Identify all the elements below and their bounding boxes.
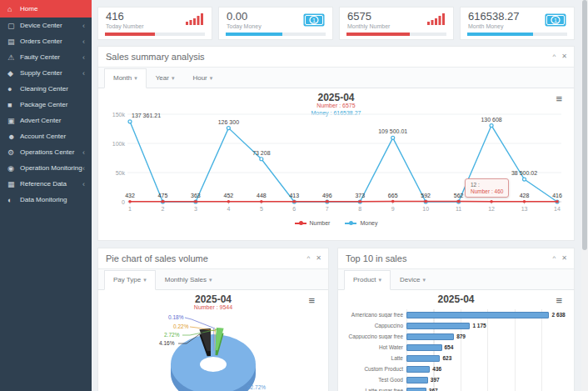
sales-summary-panel: Sales summary analysis ^ ✕ Month▾Year▾Ho…	[97, 46, 575, 241]
progress-track	[467, 33, 567, 36]
legend-marker-dot	[299, 221, 303, 225]
collapse-icon[interactable]: ^	[307, 255, 311, 262]
bar[interactable]	[406, 366, 430, 373]
bar-category-label: Cappuccino	[345, 323, 406, 328]
bar-track: 654	[406, 342, 569, 353]
page-scrollbar[interactable]	[581, 0, 588, 391]
bar-row: Custom Product436	[345, 363, 567, 374]
svg-text:1: 1	[554, 18, 557, 23]
caret-down-icon: ▾	[379, 277, 382, 283]
image-icon: ▣	[7, 117, 20, 125]
number-point	[194, 200, 197, 203]
chevron-left-icon: ‹	[82, 148, 87, 157]
bar-row: Cappuccino1 175	[345, 320, 567, 331]
bar[interactable]	[406, 344, 442, 351]
bar-category-label: Latte sugar free	[345, 388, 406, 391]
legend-marker	[295, 223, 306, 224]
donut-chart[interactable]	[98, 290, 328, 391]
tab-device[interactable]: Device▾	[391, 270, 435, 290]
bar[interactable]	[406, 333, 454, 340]
chart-menu-icon[interactable]: ≡	[556, 295, 562, 306]
bar[interactable]	[406, 323, 470, 329]
chart-menu-icon[interactable]: ≡	[556, 93, 562, 104]
sidebar-item-home[interactable]: ⌂Home	[0, 0, 92, 18]
collapse-icon[interactable]: ^	[553, 255, 556, 262]
sidebar-item-reference-data[interactable]: ▦Reference Data‹	[0, 176, 92, 192]
x-tick-label: 9	[391, 206, 395, 212]
x-tick-label: 13	[521, 206, 528, 212]
chart-legend: NumberMoney	[98, 220, 574, 226]
money-point	[260, 158, 263, 161]
sidebar-item-cleaning-center[interactable]: ●Cleaning Center	[0, 81, 92, 97]
bar-value-label: 397	[431, 377, 440, 383]
package-icon: ■	[7, 101, 20, 109]
y-tick-label: 50k	[116, 170, 126, 176]
tab-month[interactable]: Month▾	[104, 68, 147, 88]
sidebar-item-label: Operations Center	[20, 148, 82, 156]
progress-fill	[105, 33, 155, 36]
sidebar-item-package-center[interactable]: ■Package Center	[0, 97, 92, 113]
tab-hour[interactable]: Hour▾	[183, 68, 222, 88]
bar-chart-icon	[186, 13, 204, 28]
bar-row: Cappuccino sugar free879	[345, 331, 567, 342]
number-point	[424, 200, 427, 203]
collapse-icon[interactable]: ^	[553, 53, 556, 60]
sidebar-item-advert-center[interactable]: ▣Advert Center	[0, 113, 92, 128]
sidebar-item-faulty-center[interactable]: ⚠Faulty Center‹	[0, 49, 92, 65]
panel-title: Sales summary analysis	[106, 52, 205, 62]
legend-money[interactable]: Money	[345, 220, 377, 226]
number-point	[128, 200, 132, 203]
x-tick-label: 5	[260, 206, 263, 212]
tooltip-category: 12 :	[471, 182, 503, 188]
money-point	[490, 124, 493, 128]
legend-label: Number	[310, 220, 331, 226]
bar-value-label: 879	[456, 333, 466, 339]
number-point	[162, 200, 165, 203]
bar[interactable]	[406, 388, 426, 391]
stat-card-month-money: 616538.27 Month Money 1	[460, 7, 575, 40]
bar-track: 367	[406, 385, 569, 391]
panel-header: Sales summary analysis ^ ✕	[98, 47, 574, 68]
tab-pay-type[interactable]: Pay Type▾	[104, 270, 156, 290]
x-tick-label: 3	[194, 206, 197, 212]
legend-number[interactable]: Number	[295, 220, 331, 226]
sidebar-item-label: Device Center	[20, 22, 82, 29]
line-chart[interactable]: 150k100k50k01234567891011121314137 361.2…	[103, 110, 567, 214]
sidebar-item-data-monitoring[interactable]: ◐Data Monitoring	[0, 192, 92, 208]
sidebar-item-operations-center[interactable]: ⚙Operations Center‹	[0, 144, 92, 160]
caret-down-icon: ▾	[143, 277, 147, 283]
number-point-label: 448	[257, 193, 267, 198]
sidebar-item-account-center[interactable]: ☻Account Center	[0, 128, 92, 144]
bar-value-label: 436	[432, 366, 441, 372]
sidebar-item-operation-monitoring[interactable]: ◉Operation Monitoring‹	[0, 160, 92, 176]
tab-year[interactable]: Year▾	[147, 68, 184, 88]
sidebar-item-label: Advert Center	[20, 117, 87, 124]
sidebar-item-supply-center[interactable]: ◆Supply Center‹	[0, 65, 92, 81]
bar[interactable]	[406, 312, 549, 318]
y-tick-label: 0	[122, 199, 125, 205]
panel-title: Top 10 in sales	[346, 253, 406, 263]
caret-down-icon: ▾	[210, 75, 213, 81]
panel-header: Pie chart of sales volume ^ ✕	[98, 248, 328, 269]
legend-marker	[345, 223, 356, 224]
tooltip-value: Number : 460	[471, 188, 503, 194]
sidebar-item-label: Orders Center	[20, 38, 82, 45]
sidebar-item-device-center[interactable]: ▢Device Center‹	[0, 18, 92, 33]
progress-fill	[467, 33, 533, 36]
bar[interactable]	[406, 377, 428, 383]
number-point	[523, 200, 526, 203]
tab-monthly-sales[interactable]: Monthly Sales▾	[156, 270, 222, 290]
money-point-label: 38 500.02	[511, 170, 537, 176]
tab-product[interactable]: Product▾	[344, 270, 391, 290]
x-tick-label: 12	[488, 206, 495, 212]
bar-value-label: 367	[429, 388, 438, 391]
top10-sales-panel: Top 10 in sales ^ ✕ Product▾Device▾ 2025…	[337, 248, 575, 391]
bar[interactable]	[406, 355, 440, 362]
close-icon[interactable]: ✕	[316, 255, 321, 262]
close-icon[interactable]: ✕	[561, 255, 567, 262]
scrollbar-thumb[interactable]	[582, 0, 587, 250]
chevron-left-icon: ‹	[82, 22, 87, 30]
eye-icon: ◉	[7, 164, 20, 173]
close-icon[interactable]: ✕	[561, 53, 567, 60]
sidebar-item-orders-center[interactable]: ▤Orders Center‹	[0, 33, 92, 49]
